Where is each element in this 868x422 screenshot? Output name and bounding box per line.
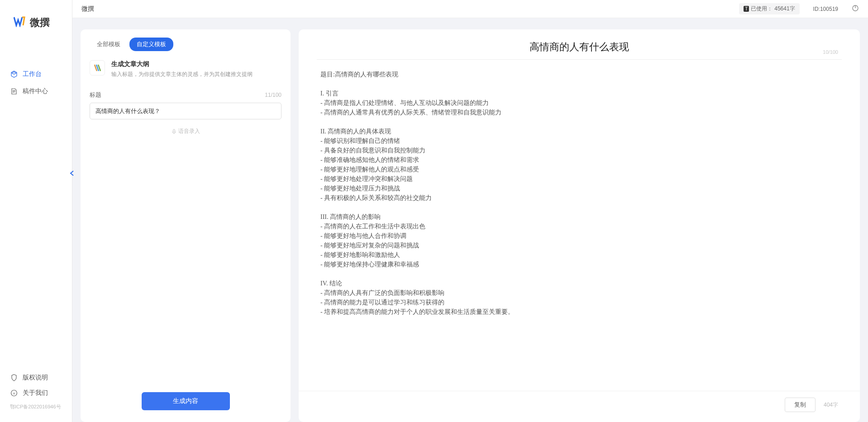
logo: 微撰 [0,0,72,43]
document-icon [10,87,18,95]
tab-all-templates[interactable]: 全部模板 [90,38,128,51]
nav-main: 工作台 稿件中心 [0,43,72,370]
form-section: 标题 11/100 语音录入 [81,78,291,143]
title-label: 标题 [90,91,101,99]
main: 微撰 T 已使用： 45641字 ID:100519 全部模板 自定义模板 [72,0,868,422]
output-body: 题目:高情商的人有哪些表现 I. 引言 - 高情商是指人们处理情绪、与他人互动以… [299,60,860,391]
output-title: 高情商的人有什么表现 [317,40,842,54]
tab-custom-templates[interactable]: 自定义模板 [129,38,173,51]
output-title-count: 10/100 [823,49,838,55]
mic-icon [172,129,176,134]
shield-icon [10,374,18,382]
page-title: 微撰 [81,5,94,13]
usage-value: 45641字 [774,5,795,13]
info-icon [10,389,18,397]
usage-label: 已使用： [751,5,773,13]
icp-text: 鄂ICP备2022016946号 [0,401,72,413]
cube-icon [10,70,18,78]
sidebar-item-label: 工作台 [23,70,42,78]
sidebar-item-drafts[interactable]: 稿件中心 [0,83,72,100]
sidebar-item-label: 版权说明 [23,374,48,382]
sidebar: 微撰 工作台 稿件中心 版权说明 [0,0,72,422]
topbar-right: T 已使用： 45641字 ID:100519 [739,3,859,14]
template-desc: 输入标题，为你提供文章主体的灵感，并为其创建推文提纲 [111,71,281,78]
sidebar-item-about[interactable]: 关于我们 [0,385,72,401]
output-header: 高情商的人有什么表现 10/100 [299,29,860,59]
output-footer: 复制 404字 [299,391,860,422]
logo-icon [14,16,26,29]
output-word-count: 404字 [824,401,838,409]
sidebar-item-label: 关于我们 [23,389,48,397]
sidebar-item-workspace[interactable]: 工作台 [0,66,72,83]
topbar: 微撰 T 已使用： 45641字 ID:100519 [72,0,868,18]
content-area: 全部模板 自定义模板 生成文章大纲 输入标题，为你提供文章主体的灵感，并为其创建… [72,18,868,422]
user-id: ID:100519 [813,6,838,12]
usage-badge: T 已使用： 45641字 [739,3,799,14]
generate-button[interactable]: 生成内容 [142,392,230,410]
sidebar-item-copyright[interactable]: 版权说明 [0,370,72,385]
template-title: 生成文章大纲 [111,60,281,68]
template-info: 生成文章大纲 输入标题，为你提供文章主体的灵感，并为其创建推文提纲 [111,60,281,78]
power-icon[interactable] [852,5,859,14]
title-input[interactable] [90,103,281,119]
text-tag-icon: T [744,6,749,12]
sidebar-item-label: 稿件中心 [23,87,48,95]
svg-rect-2 [173,129,175,132]
voice-input-label: 语音录入 [178,128,200,135]
input-panel: 全部模板 自定义模板 生成文章大纲 输入标题，为你提供文章主体的灵感，并为其创建… [81,29,291,422]
logo-text: 微撰 [30,16,50,29]
copy-button[interactable]: 复制 [785,398,816,412]
voice-input-button[interactable]: 语音录入 [90,119,281,143]
template-card: 生成文章大纲 输入标题，为你提供文章主体的灵感，并为其创建推文提纲 [90,60,281,78]
template-tabs: 全部模板 自定义模板 [81,29,291,51]
sidebar-bottom: 版权说明 关于我们 鄂ICP备2022016946号 [0,370,72,422]
title-char-count: 11/100 [265,92,281,98]
sidebar-collapse-button[interactable] [68,169,76,178]
output-panel: 高情商的人有什么表现 10/100 题目:高情商的人有哪些表现 I. 引言 - … [299,29,860,422]
template-icon [90,60,105,76]
